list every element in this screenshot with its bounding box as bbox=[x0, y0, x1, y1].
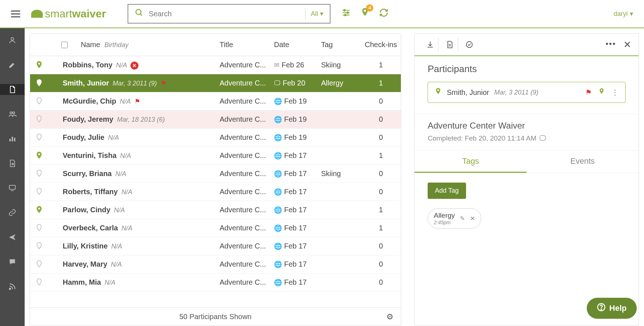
col-header-date[interactable]: Date bbox=[274, 41, 321, 49]
table-row[interactable]: Foudy, Jeremy Mar, 18 2013 (6) Adventure… bbox=[30, 110, 401, 129]
notification-badge: 4 bbox=[366, 4, 373, 12]
sidebar-monitor-icon[interactable] bbox=[0, 183, 25, 193]
detail-panel: ••• ✕ Participants Smith, Junior Mar, 3 … bbox=[414, 33, 639, 326]
remove-tag-icon[interactable]: ✕ bbox=[470, 215, 475, 222]
tab-events[interactable]: Events bbox=[527, 151, 639, 173]
sidebar-export-icon[interactable] bbox=[0, 158, 25, 169]
svg-point-31 bbox=[38, 280, 40, 282]
col-header-tag[interactable]: Tag bbox=[321, 41, 361, 49]
svg-point-24 bbox=[38, 153, 40, 155]
table-row[interactable]: Venturini, Tisha N/A Adventure C... 🌐Feb… bbox=[30, 147, 401, 165]
location-pin-icon bbox=[435, 87, 442, 97]
location-pin-icon[interactable] bbox=[30, 170, 48, 178]
location-pin-icon[interactable] bbox=[30, 188, 48, 196]
row-birthday: N/A bbox=[120, 98, 131, 105]
location-pin-icon[interactable] bbox=[30, 61, 48, 70]
close-icon[interactable]: ✕ bbox=[623, 39, 631, 50]
gear-icon[interactable]: ⚙ bbox=[386, 312, 394, 322]
svg-rect-12 bbox=[9, 139, 11, 141]
row-name: Hamm, Mia bbox=[63, 278, 101, 287]
search-box[interactable]: All▾ bbox=[128, 4, 331, 24]
refresh-icon[interactable] bbox=[379, 8, 389, 20]
row-date: 🌐Feb 17 bbox=[274, 206, 321, 214]
location-pin-icon[interactable] bbox=[30, 79, 48, 88]
location-pin-icon[interactable] bbox=[30, 206, 48, 214]
location-pin-icon[interactable] bbox=[30, 97, 48, 106]
add-tag-button[interactable]: Add Tag bbox=[428, 183, 466, 199]
sidebar-edit-icon[interactable] bbox=[0, 59, 25, 70]
location-notif-icon[interactable]: 4 bbox=[360, 7, 370, 21]
table-row[interactable]: Overbeck, Carla N/A Adventure C... 🌐Feb … bbox=[30, 219, 401, 237]
participant-card[interactable]: Smith, Junior Mar, 3 2011 (9) ⚑ ⋮ bbox=[428, 82, 626, 103]
svg-point-38 bbox=[601, 309, 602, 310]
tab-tags[interactable]: Tags bbox=[415, 151, 527, 173]
user-menu[interactable]: daryl▾ bbox=[614, 10, 633, 18]
help-button[interactable]: Help bbox=[587, 298, 637, 319]
edit-tag-icon[interactable]: ✎ bbox=[460, 215, 465, 222]
sidebar-user-icon[interactable] bbox=[0, 35, 25, 46]
col-header-title[interactable]: Title bbox=[220, 41, 274, 49]
sidebar-document-icon[interactable] bbox=[0, 84, 25, 95]
row-title: Adventure C... bbox=[220, 260, 274, 268]
location-icon[interactable] bbox=[598, 88, 605, 97]
sidebar-rss-icon[interactable] bbox=[0, 281, 25, 292]
hamburger-menu[interactable] bbox=[11, 9, 20, 19]
row-title: Adventure C... bbox=[220, 242, 274, 250]
search-input[interactable] bbox=[149, 10, 300, 18]
filter-icon[interactable] bbox=[341, 8, 351, 20]
detail-tabs: Tags Events bbox=[415, 150, 639, 173]
flag-icon[interactable]: ⚑ bbox=[585, 88, 592, 97]
table-row[interactable]: Foudy, Julie N/A Adventure C... 🌐Feb 19 … bbox=[30, 129, 401, 147]
svg-point-27 bbox=[38, 208, 40, 209]
location-pin-icon[interactable] bbox=[30, 115, 48, 124]
sidebar-send-icon[interactable] bbox=[0, 232, 25, 243]
check-circle-icon[interactable] bbox=[461, 37, 478, 52]
sidebar-chat-icon[interactable] bbox=[0, 256, 25, 267]
row-birthday: Mar, 18 2013 (6) bbox=[117, 116, 165, 124]
source-icon: 🌐 bbox=[274, 279, 282, 287]
row-title: Adventure C... bbox=[220, 61, 274, 69]
table-row[interactable]: Robbins, Tony N/A ✕ Adventure C... ✉Feb … bbox=[30, 56, 401, 74]
table-row[interactable]: McGurdie, Chip N/A ⚑ Adventure C... 🌐Feb… bbox=[30, 92, 401, 110]
table-row[interactable]: Harvey, Mary N/A Adventure C... 🌐Feb 17 … bbox=[30, 255, 401, 273]
sidebar-group-icon[interactable] bbox=[0, 109, 25, 120]
row-name: Harvey, Mary bbox=[63, 260, 107, 268]
location-pin-icon[interactable] bbox=[30, 242, 48, 251]
row-title: Adventure C... bbox=[220, 97, 274, 105]
source-icon: 🌐 bbox=[274, 170, 282, 178]
download-icon[interactable] bbox=[422, 37, 439, 52]
svg-point-0 bbox=[136, 9, 141, 14]
row-title: Adventure C... bbox=[220, 133, 274, 142]
more-icon[interactable]: ••• bbox=[606, 39, 616, 50]
row-name: Smith, Junior bbox=[63, 79, 109, 87]
row-checkins: 0 bbox=[361, 260, 401, 268]
row-checkins: 1 bbox=[361, 151, 401, 160]
location-pin-icon[interactable] bbox=[30, 278, 48, 287]
sidebar-chart-icon[interactable] bbox=[0, 133, 25, 144]
location-pin-icon[interactable] bbox=[30, 224, 48, 233]
source-icon: 🌐 bbox=[274, 242, 282, 250]
kebab-icon[interactable]: ⋮ bbox=[611, 88, 619, 97]
table-row[interactable]: Scurry, Briana N/A Adventure C... 🌐Feb 1… bbox=[30, 165, 401, 183]
table-row[interactable]: Lilly, Kristine N/A Adventure C... 🌐Feb … bbox=[30, 237, 401, 255]
logo[interactable]: smartwaiver bbox=[31, 8, 106, 20]
sidebar-link-icon[interactable] bbox=[0, 207, 25, 218]
row-name: Overbeck, Carla bbox=[63, 224, 118, 232]
row-checkins: 0 bbox=[361, 97, 401, 105]
document-icon[interactable] bbox=[441, 37, 458, 52]
svg-point-35 bbox=[437, 89, 439, 91]
table-row[interactable]: Hamm, Mia N/A Adventure C... 🌐Feb 17 0 bbox=[30, 273, 401, 292]
location-pin-icon[interactable] bbox=[30, 260, 48, 269]
table-row[interactable]: Parlow, Cindy N/A Adventure C... 🌐Feb 17… bbox=[30, 201, 401, 219]
col-header-checkins[interactable]: Check-ins bbox=[361, 41, 401, 49]
location-pin-icon[interactable] bbox=[30, 151, 48, 160]
table-row[interactable]: Smith, Junior Mar, 3 2011 (9) ⚑ Adventur… bbox=[30, 74, 401, 92]
col-header-name[interactable]: NameBirthday bbox=[81, 41, 220, 49]
search-scope-dropdown[interactable]: All▾ bbox=[311, 10, 323, 18]
table-row[interactable]: Roberts, Tiffany N/A Adventure C... 🌐Feb… bbox=[30, 183, 401, 201]
svg-point-29 bbox=[38, 244, 40, 246]
row-title: Adventure C... bbox=[220, 170, 274, 178]
location-pin-icon[interactable] bbox=[30, 133, 48, 142]
logo-icon bbox=[31, 10, 43, 18]
select-all-checkbox[interactable] bbox=[48, 42, 81, 48]
